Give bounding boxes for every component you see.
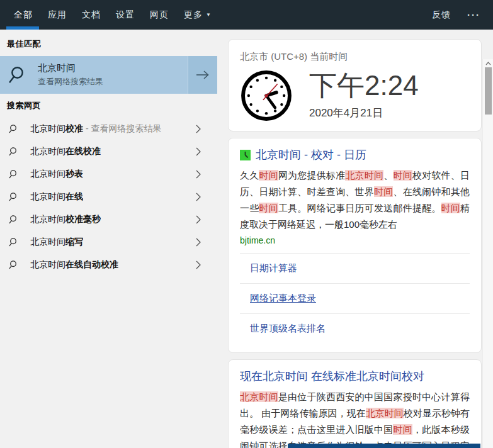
result-title-link[interactable]: 北京时间 - 校对 - 日历 [256, 147, 366, 162]
best-match-subtitle: 查看网络搜索结果 [38, 76, 103, 87]
suggestion-item[interactable]: 北京时间在线校准 [0, 140, 217, 163]
time-card: 北京市 (UTC+8) 当前时间 [228, 39, 482, 132]
right-arrow-icon [195, 70, 210, 80]
result-title-link[interactable]: 现在北京时间 在线标准北京时间校对 [240, 369, 424, 384]
suggestion-item[interactable]: 北京时间校准毫秒 [0, 208, 217, 231]
suggestion-item[interactable]: 北京时间在线 [0, 186, 217, 208]
result-url: bjtime.cn [240, 235, 470, 245]
best-match-title: 北京时间 [38, 62, 103, 74]
web-result-card: 北京时间 - 校对 - 日历 久久时间网为您提供标准北京时间、时间校对软件、日历… [228, 138, 482, 353]
search-suggestions-pane: 最佳匹配 北京时间 查看网络搜索结果 [0, 30, 217, 448]
scroll-up-icon[interactable] [485, 59, 491, 68]
chevron-right-icon [196, 147, 210, 156]
result-description: 北京时间是由位于陕西西安的中国国家授时中心计算得出。 由于网络传输原因，现在北京… [240, 389, 470, 448]
search-icon [9, 237, 20, 248]
search-icon [9, 214, 20, 225]
background-window-edge [288, 444, 480, 448]
open-in-browser-arrow-button[interactable] [188, 56, 217, 94]
current-date-text: 2020年4月21日 [309, 106, 419, 120]
highlighted-keyword: 北京时间 [345, 170, 383, 181]
chevron-down-icon: ▼ [206, 12, 212, 18]
result-sublinks: 日期计算器网络记事本登录世界顶级名表排名 [240, 253, 470, 344]
search-icon [9, 259, 20, 271]
preview-pane: 北京市 (UTC+8) 当前时间 [217, 30, 493, 448]
result-description: 久久时间网为您提供标准北京时间、时间校对软件、日历、日期计算、时差查询、世界时间… [240, 167, 470, 233]
suggestion-text: 北京时间在线自动校准 [30, 259, 118, 271]
search-icon [9, 169, 20, 180]
search-icon [8, 64, 29, 86]
suggestion-text: 北京时间缩写 [30, 237, 83, 248]
analog-clock-icon [240, 69, 293, 122]
suggestion-text: 北京时间秒表 [30, 169, 83, 180]
suggestion-list: 北京时间校准 - 查看网络搜索结果北京时间在线校准北京时间秒表北京时间在线北京时… [0, 118, 217, 276]
chevron-right-icon [196, 260, 210, 269]
tab-3[interactable]: 文档 [74, 0, 108, 30]
suggestion-item[interactable]: 北京时间在线自动校准 [0, 254, 217, 276]
tab-6[interactable]: 更多▼ [176, 0, 219, 30]
suggestion-text: 北京时间校准 - 查看网络搜索结果 [30, 123, 161, 135]
tab-5[interactable]: 网页 [142, 0, 176, 30]
scrollbar[interactable] [482, 59, 493, 448]
highlighted-keyword: 时间 [374, 186, 393, 197]
highlighted-keyword: 北京时间 [366, 408, 404, 418]
best-match-header: 最佳匹配 [0, 32, 217, 55]
current-time-text: 下午2:24 [309, 71, 419, 100]
suggestion-text: 北京时间在线 [30, 191, 83, 203]
time-card-header: 北京市 (UTC+8) 当前时间 [240, 51, 470, 63]
highlighted-keyword: 时间 [393, 424, 412, 435]
chevron-right-icon [196, 125, 210, 133]
chevron-right-icon [196, 170, 210, 179]
search-icon [9, 123, 20, 135]
chevron-right-icon [196, 238, 210, 247]
chevron-right-icon [196, 215, 210, 224]
feedback-button[interactable]: 反馈 [432, 9, 451, 21]
highlighted-keyword: 时间 [394, 170, 412, 181]
search-icon [9, 191, 20, 203]
scrollbar-thumb[interactable] [485, 67, 492, 115]
best-match-item[interactable]: 北京时间 查看网络搜索结果 [0, 56, 217, 94]
tab-2[interactable]: 应用 [40, 0, 74, 30]
highlighted-keyword: 时间 [259, 170, 278, 181]
web-search-header: 搜索网页 [0, 94, 217, 116]
tab-bar: 全部应用文档设置网页更多▼ [14, 0, 219, 30]
highlighted-keyword: 北京时间 [240, 391, 278, 402]
result-sublink[interactable]: 日期计算器 [240, 253, 470, 283]
highlighted-keyword: 时间 [259, 203, 278, 213]
more-options-icon[interactable]: ··· [467, 9, 480, 20]
tab-1[interactable]: 全部 [14, 0, 40, 30]
search-window-header: 全部应用文档设置网页更多▼ 反馈 ··· [0, 0, 493, 30]
suggestion-text: 北京时间校准毫秒 [30, 214, 101, 225]
result-sublink[interactable]: 网络记事本登录 [240, 283, 470, 313]
suggestion-item[interactable]: 北京时间校准 - 查看网络搜索结果 [0, 118, 217, 140]
highlighted-keyword: 时间 [441, 203, 460, 213]
tab-4[interactable]: 设置 [108, 0, 142, 30]
suggestion-text: 北京时间在线校准 [30, 146, 101, 157]
bjtime-favicon-icon [240, 150, 251, 160]
suggestion-item[interactable]: 北京时间秒表 [0, 163, 217, 186]
suggestion-item[interactable]: 北京时间缩写 [0, 231, 217, 254]
chevron-right-icon [196, 193, 210, 201]
result-sublink[interactable]: 世界顶级名表排名 [240, 313, 470, 344]
search-icon [9, 146, 20, 157]
web-result-card: 现在北京时间 在线标准北京时间校对 北京时间是由位于陕西西安的中国国家授时中心计… [228, 359, 482, 448]
